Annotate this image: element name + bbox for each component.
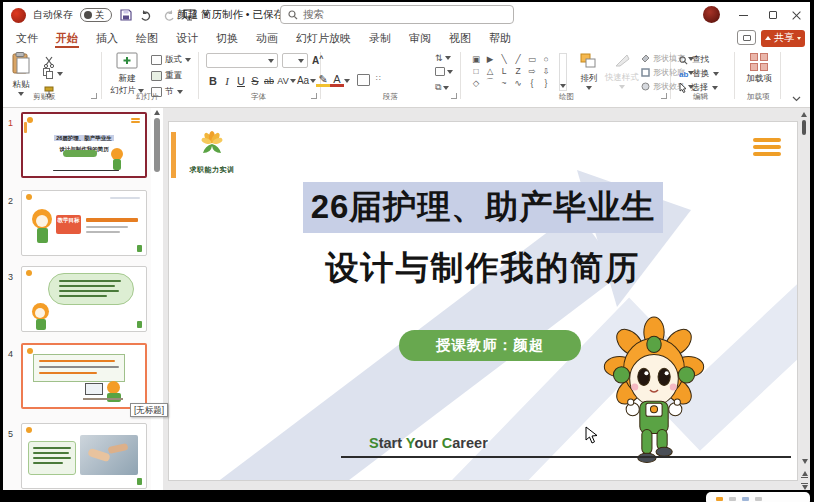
addins-button[interactable]: 加载项 <box>743 53 775 85</box>
shape-cell[interactable]: Z <box>511 65 525 77</box>
thumbnail-panel-scrollbar[interactable] <box>151 108 163 490</box>
tab-file[interactable]: 文件 <box>7 28 47 48</box>
columns-button[interactable] <box>357 74 370 86</box>
undo-icon[interactable] <box>140 8 154 22</box>
font-size-caret-icon <box>298 59 304 63</box>
scrollbar-thumb[interactable] <box>154 118 160 172</box>
align-right-button[interactable] <box>341 74 345 92</box>
paste-button[interactable]: 粘贴 <box>11 52 31 96</box>
user-avatar[interactable] <box>703 6 720 23</box>
layout-button[interactable]: 版式 <box>151 54 191 66</box>
tab-home[interactable]: 开始 <box>47 28 87 48</box>
scroll-up-icon[interactable] <box>801 112 807 117</box>
shape-cell[interactable]: ▣ <box>469 53 483 65</box>
bold-button[interactable]: B <box>206 75 220 87</box>
drawing-group-label: 绘图 <box>559 92 574 102</box>
text-direction-button[interactable]: ⇅ <box>435 53 451 63</box>
slide-thumbnail-5[interactable] <box>21 423 147 489</box>
font-dialog-launcher[interactable] <box>311 93 317 99</box>
reset-button[interactable]: 重置 <box>151 70 182 82</box>
shape-cell[interactable]: ╱ <box>511 53 525 65</box>
tab-insert[interactable]: 插入 <box>87 28 127 48</box>
shape-cell[interactable]: ◇ <box>469 77 483 89</box>
slide-title-line1[interactable]: 26届护理、助产毕业生 <box>303 182 664 233</box>
tab-review[interactable]: 审阅 <box>400 28 440 48</box>
convert-smartart-button[interactable]: ⧉ <box>435 82 449 93</box>
mascot-character[interactable] <box>599 316 709 466</box>
slide-thumbnail-2[interactable]: 教学目标 <box>21 190 147 256</box>
scroll-down-icon[interactable] <box>800 459 809 464</box>
strikethrough-button[interactable]: S <box>248 75 262 87</box>
autosave-toggle[interactable]: 关 <box>80 8 112 22</box>
underline-button[interactable]: U <box>234 75 248 87</box>
tab-transitions[interactable]: 切换 <box>207 28 247 48</box>
shape-cell[interactable]: △ <box>483 65 497 77</box>
shape-cell[interactable]: ⇩ <box>539 65 553 77</box>
copy-button[interactable] <box>43 68 63 79</box>
tab-draw[interactable]: 绘图 <box>127 28 167 48</box>
redo-icon[interactable] <box>161 8 175 22</box>
minimize-button[interactable] <box>729 2 757 28</box>
text-highlight-button[interactable]: ✎ <box>316 74 330 87</box>
shape-cell[interactable]: ~ <box>497 77 511 89</box>
change-case-button[interactable]: Aa <box>296 75 310 86</box>
shape-cell[interactable]: ⇨ <box>525 65 539 77</box>
slide-title-line2[interactable]: 设计与制作我的简历 <box>169 246 797 291</box>
tab-help[interactable]: 帮助 <box>480 28 520 48</box>
font-name-select[interactable] <box>206 53 278 68</box>
collapse-ribbon-button[interactable] <box>792 88 801 106</box>
decrease-indent-button[interactable] <box>341 54 345 72</box>
shape-cell[interactable]: L <box>497 65 511 77</box>
char-spacing-button[interactable]: AV <box>276 76 290 86</box>
find-button[interactable]: 查找 <box>679 54 709 66</box>
strikethrough2-button[interactable]: ab <box>262 76 276 86</box>
shape-cell[interactable]: ∿ <box>511 77 525 89</box>
add-remove-columns-button[interactable]: ∷ <box>376 74 381 92</box>
shapes-gallery[interactable]: ▣ ▶ ╲ ╱ ▭ ○ □ △ L Z ⇨ ⇩ ◇ ⌒ ~ ∿ { } <box>469 53 557 89</box>
slide-canvas[interactable]: 求职能力实训 26届护理、助产毕业生 设计与制作我的简历 授课教师：颜超 <box>169 122 797 480</box>
shape-cell[interactable]: } <box>539 77 553 89</box>
shape-cell[interactable]: ⌒ <box>483 77 497 89</box>
previous-slide-button[interactable] <box>800 471 809 479</box>
shape-cell[interactable]: ▶ <box>483 53 497 65</box>
search-input[interactable]: 搜索 <box>280 5 514 24</box>
shape-cell[interactable]: { <box>525 77 539 89</box>
slide-number-4: 4 <box>8 349 13 359</box>
shape-cell[interactable]: ▭ <box>525 53 539 65</box>
next-slide-button[interactable] <box>800 483 809 491</box>
slide-thumbnail-4[interactable] <box>21 343 147 409</box>
hamburger-menu-icon[interactable] <box>753 138 781 159</box>
shape-cell[interactable]: ○ <box>539 53 553 65</box>
replace-button[interactable]: ab 替换 <box>679 68 719 80</box>
scroll-up-icon[interactable] <box>154 110 160 115</box>
paragraph-dialog-launcher[interactable] <box>451 93 457 99</box>
tab-animations[interactable]: 动画 <box>247 28 287 48</box>
slide-title-block[interactable]: 26届护理、助产毕业生 设计与制作我的简历 <box>169 182 797 291</box>
save-icon[interactable] <box>119 8 133 22</box>
tab-view[interactable]: 视图 <box>440 28 480 48</box>
canvas-scrollbar[interactable] <box>799 110 809 490</box>
new-slide-button[interactable]: 新建 幻灯片 <box>109 52 145 97</box>
align-text-button[interactable] <box>435 67 453 76</box>
share-button[interactable]: 共享 <box>761 30 805 47</box>
shape-cell[interactable]: □ <box>469 65 483 77</box>
arrange-button[interactable]: 排列 <box>575 53 603 90</box>
grow-font-button[interactable]: A˄ <box>312 54 323 66</box>
slide-thumbnail-1[interactable]: 26届护理、助产毕业生 设计与制作我的简历 <box>21 112 147 178</box>
clipboard-dialog-launcher[interactable] <box>91 93 97 99</box>
shape-cell[interactable]: ╲ <box>497 53 511 65</box>
tab-slideshow[interactable]: 幻灯片放映 <box>287 28 360 48</box>
quick-styles-button[interactable]: 快速样式 <box>605 53 639 89</box>
comments-button[interactable] <box>737 30 756 45</box>
font-size-select[interactable] <box>282 53 308 68</box>
italic-button[interactable]: I <box>220 75 234 87</box>
drawing-dialog-launcher[interactable] <box>661 93 667 99</box>
teacher-badge[interactable]: 授课教师：颜超 <box>399 330 581 361</box>
tab-record[interactable]: 录制 <box>360 28 400 48</box>
increase-indent-button[interactable] <box>351 54 355 72</box>
scrollbar-thumb[interactable] <box>802 120 806 135</box>
slide-thumbnail-3[interactable] <box>21 266 147 332</box>
shapes-gallery-more-button[interactable] <box>559 53 567 91</box>
close-button[interactable] <box>782 2 810 28</box>
tab-design[interactable]: 设计 <box>167 28 207 48</box>
